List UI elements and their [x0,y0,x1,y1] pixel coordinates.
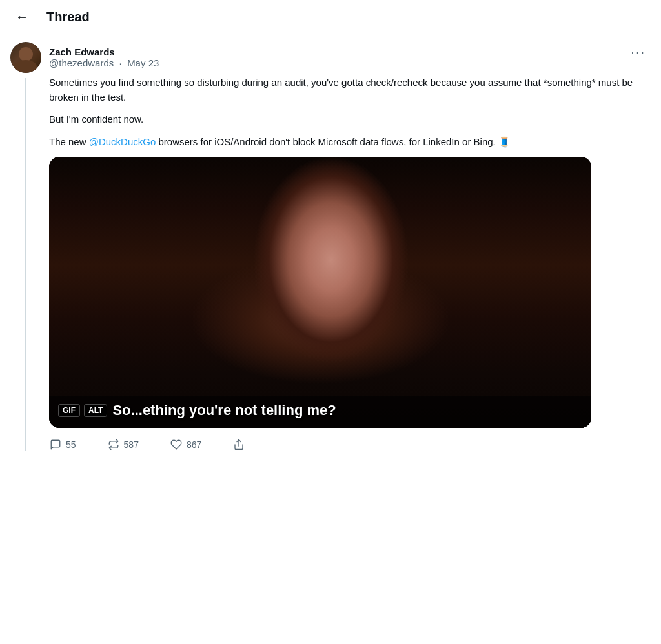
gif-subtitle: So...ething you're not telling me? [112,402,336,419]
gif-image: GIF ALT So...ething you're not telling m… [49,157,591,428]
share-icon [232,438,245,451]
tweet-p3-prefix: The new [49,136,89,147]
alt-badge[interactable]: ALT [84,404,107,417]
gif-badges: GIF ALT [58,404,107,417]
share-action[interactable] [232,438,245,451]
gif-container[interactable]: GIF ALT So...ething you're not telling m… [49,157,591,428]
more-options-button[interactable]: ··· [625,42,651,62]
tweet-text: Sometimes you find something so disturbi… [49,75,651,149]
tweet-actions: 55 587 [49,436,651,451]
tweet-paragraph-1: Sometimes you find something so disturbi… [49,75,651,105]
tweet-container: Zach Edwards @thezedwards · May 23 ··· S… [0,34,661,459]
tweet-p3-suffix: browsers for iOS/Android don't block Mic… [156,136,511,147]
page-title: Thread [46,10,90,25]
author-name: Zach Edwards [49,46,159,57]
gif-scene [49,157,591,428]
tweet-date: May 23 [127,57,159,68]
author-area: Zach Edwards @thezedwards · May 23 [10,42,159,73]
tweet-paragraph-3: The new @DuckDuckGo browsers for iOS/And… [49,135,651,150]
like-icon [170,438,183,451]
avatar[interactable] [10,42,41,73]
back-button[interactable]: ← [10,5,34,28]
thread-line [25,78,26,451]
gif-overlay: GIF ALT So...ething you're not telling m… [49,396,591,428]
author-handle: @thezedwards [49,57,114,68]
tweet-header: Zach Edwards @thezedwards · May 23 ··· [10,42,651,73]
like-count: 867 [187,439,201,450]
tweet-content: Sometimes you find something so disturbi… [49,75,651,451]
thread-header: ← Thread [0,0,661,34]
author-info: Zach Edwards @thezedwards · May 23 [49,46,159,68]
reply-icon [49,438,62,451]
author-handle-date: @thezedwards · May 23 [49,57,159,68]
gif-badge: GIF [58,404,80,417]
reply-action[interactable]: 55 [49,438,76,451]
tweet-paragraph-2: But I'm confident now. [49,112,651,127]
retweet-icon [107,438,120,451]
retweet-action[interactable]: 587 [107,438,139,451]
back-arrow-icon: ← [15,10,28,25]
tweet-thread-area: Sometimes you find something so disturbi… [10,75,651,451]
reply-count: 55 [66,439,76,450]
like-action[interactable]: 867 [170,438,201,451]
tweet-mention[interactable]: @DuckDuckGo [89,136,156,147]
thread-line-col [10,75,41,451]
retweet-count: 587 [124,439,139,450]
